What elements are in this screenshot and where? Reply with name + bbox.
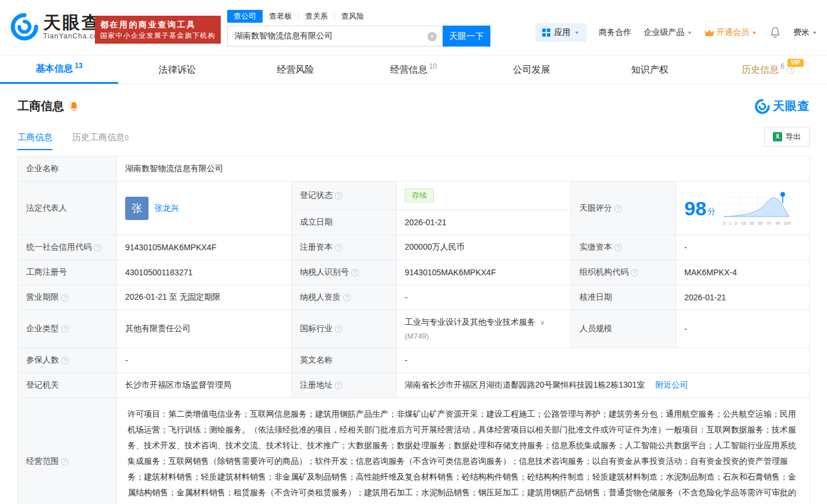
apps-grid-icon	[542, 29, 550, 37]
help-icon[interactable]	[614, 244, 622, 251]
field-label: 组织机构代码	[579, 267, 628, 276]
label-insured-count: 参保人数	[18, 348, 117, 373]
user-menu[interactable]: 费米 ▼	[793, 27, 818, 38]
table-row: 营业期限 2026-01-21 至 无固定期限 纳税人资质 - 核准日期 202…	[18, 285, 810, 310]
tab-operation-info[interactable]: 经营信息 10	[355, 56, 473, 84]
main-content: 工商信息 天眼查 工商信息 历史工商信息0 X 导出	[0, 98, 827, 504]
label-company-type: 企业类型	[18, 310, 117, 348]
avatar[interactable]: 张	[125, 197, 149, 220]
field-value: 其他有限责任公司	[125, 324, 190, 333]
help-icon[interactable]	[631, 269, 638, 276]
label-org-code: 组织机构代码	[571, 260, 676, 285]
status-badge: 存续	[405, 189, 434, 203]
help-icon[interactable]	[343, 294, 351, 301]
help-icon[interactable]	[335, 325, 342, 333]
help-icon[interactable]	[335, 382, 342, 389]
field-value: 湖南数智物流信息有限公司	[125, 164, 223, 173]
field-label: 参保人数	[26, 355, 59, 364]
value-industry: 工业与专业设计及其他专业技术服务 ∨ (M749)	[397, 310, 571, 348]
value-company-type: 其他有限责任公司	[117, 310, 292, 348]
field-value: 91430105MAK6MPKX4F	[125, 243, 216, 252]
section-title: 工商信息	[17, 98, 64, 114]
field-label: 天眼评分	[579, 203, 612, 212]
help-icon[interactable]	[61, 294, 69, 301]
excel-icon: X	[773, 132, 782, 141]
promo-banner: 都在用的商业查询工具 国家中小企业发展子基金旗下机构	[95, 16, 221, 44]
score-unit: 分	[708, 207, 716, 217]
field-label: 实缴资本	[579, 242, 612, 251]
tab-intellectual-property[interactable]: 知识产权	[591, 56, 709, 84]
watermark-text: 天眼查	[773, 98, 810, 114]
field-label: 注册资本	[300, 242, 333, 251]
value-establish-date: 2026-01-21	[397, 210, 571, 235]
value-registered-address: 湖南省长沙市开福区月湖街道鄱园路20号聚恒科技园1栋2栋1301室 附近公司	[397, 373, 810, 398]
search-button[interactable]: 天眼一下	[443, 26, 490, 47]
value-company-name: 湖南数智物流信息有限公司	[117, 157, 810, 182]
value-paid-capital: -	[676, 235, 810, 260]
value-english-name: -	[397, 348, 810, 373]
enterprise-menu[interactable]: 企业级产品 ▼	[644, 27, 692, 38]
registration-sub-tabs: 工商信息 历史工商信息0 X 导出	[17, 127, 810, 150]
table-row: 企业名称 湖南数智物流信息有限公司	[18, 157, 810, 182]
monitor-bell-icon[interactable]	[69, 101, 79, 112]
field-label: 统一社会信用代码	[26, 242, 91, 251]
help-icon[interactable]	[61, 357, 69, 364]
help-icon[interactable]	[787, 66, 794, 74]
search-tab-boss[interactable]: 查老板	[263, 10, 298, 23]
search-tab-company[interactable]: 查公司	[227, 10, 263, 23]
chevron-down-icon: ▼	[751, 30, 757, 36]
field-value: 2026-01-21	[405, 218, 447, 227]
export-label: 导出	[786, 132, 801, 142]
search-input[interactable]	[228, 26, 443, 46]
help-icon[interactable]	[61, 325, 69, 333]
field-value: -	[125, 356, 128, 365]
clear-icon[interactable]: ×	[427, 32, 437, 41]
tab-operation-risk[interactable]: 经营风险	[236, 56, 355, 84]
company-section-tabs: 基本信息 13 法律诉讼 经营风险 经营信息 10 公司发展 知识产权 VIP …	[0, 55, 827, 84]
field-value: 2026-01-21	[684, 293, 726, 302]
tab-count: 10	[429, 62, 437, 70]
help-icon[interactable]	[335, 192, 342, 200]
tianyancha-logo-icon	[10, 13, 38, 41]
tab-legal-proceedings[interactable]: 法律诉讼	[118, 56, 236, 84]
help-icon[interactable]	[335, 244, 342, 251]
tab-basic-info[interactable]: 基本信息 13	[0, 56, 118, 84]
value-legal-representative: 张 张龙兴	[117, 182, 292, 235]
value-taxpayer-id: 91430105MAK6MPKX4F	[397, 260, 571, 285]
watermark-logo: 天眼查	[755, 98, 810, 114]
member-menu[interactable]: 开通会员 ▼	[705, 27, 757, 38]
label-taxpayer-quality: 纳税人资质	[292, 285, 397, 310]
help-icon[interactable]	[94, 244, 101, 251]
member-label: 开通会员	[716, 27, 749, 38]
search-tab-risk[interactable]: 查风险	[335, 10, 370, 23]
search-tab-relation[interactable]: 查关系	[299, 10, 334, 23]
tab-company-development[interactable]: 公司发展	[472, 56, 591, 84]
help-icon[interactable]	[351, 269, 359, 276]
subtab-business-info[interactable]: 工商信息	[17, 132, 52, 150]
label-taxpayer-id: 纳税人识别号	[292, 260, 397, 285]
label-registration-status: 登记状态	[292, 182, 397, 210]
field-label: 英文名称	[300, 355, 333, 364]
legal-rep-link[interactable]: 张龙兴	[154, 203, 179, 214]
label-credit-code: 统一社会信用代码	[18, 235, 117, 260]
tab-label: 基本信息	[36, 63, 73, 75]
tianyancha-logo[interactable]: 天眼查 TianYanCha.com	[10, 13, 104, 41]
help-icon[interactable]	[614, 205, 622, 212]
tab-history-info[interactable]: VIP 历史信息 6	[709, 56, 827, 84]
table-row: 统一社会信用代码 91430105MAK6MPKX4F 注册资本 200000万…	[18, 235, 810, 260]
label-industry: 国标行业	[292, 310, 397, 348]
apps-menu[interactable]: 应用 ▼	[535, 23, 586, 42]
label-company-name: 企业名称	[18, 157, 117, 182]
subtab-history-business-info[interactable]: 历史工商信息0	[72, 132, 129, 150]
search-box: ×	[227, 26, 443, 47]
export-button[interactable]: X 导出	[764, 127, 810, 147]
notification-bell-icon[interactable]	[769, 27, 781, 38]
nearby-companies-link[interactable]: 附近公司	[655, 380, 688, 389]
business-info-table: 企业名称 湖南数智物流信息有限公司 法定代表人 张 张龙兴 登记状态 存续 天眼…	[17, 156, 810, 504]
cooperation-link[interactable]: 商务合作	[599, 27, 631, 38]
chevron-down-icon: ▼	[812, 30, 818, 36]
table-row: 工商注册号 430105001183271 纳税人识别号 91430105MAK…	[18, 260, 810, 285]
tab-label: 公司发展	[513, 64, 550, 76]
chevron-down-icon[interactable]: ∨	[540, 318, 545, 326]
help-icon[interactable]	[61, 458, 69, 466]
